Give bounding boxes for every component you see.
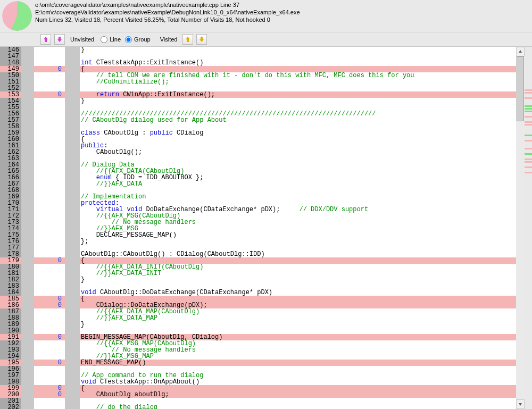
minimap-mark[interactable] [525, 135, 532, 136]
next-unvisited-button[interactable] [54, 34, 65, 45]
minimap-mark[interactable] [525, 158, 532, 160]
minimap-mark[interactable] [525, 97, 532, 99]
minimap-mark[interactable] [525, 105, 532, 107]
source-line[interactable]: 1990{ [0, 385, 516, 391]
source-line[interactable]: 175 DECLARE_MESSAGE_MAP() [0, 232, 516, 238]
source-line[interactable]: 162 CAboutDlg(); [0, 149, 516, 155]
source-line[interactable]: 180 //{{AFX_DATA_INIT(CAboutDlg) [0, 264, 516, 270]
hit-count [34, 283, 65, 289]
minimap-mark[interactable] [525, 156, 532, 157]
source-line[interactable]: 160{ [0, 136, 516, 143]
source-line[interactable]: 158 [0, 123, 516, 130]
minimap-mark[interactable] [525, 119, 532, 120]
source-code-view[interactable]: 146}147148int CTeststakApp::ExitInstance… [0, 47, 516, 409]
group-radio[interactable]: Group [125, 36, 151, 43]
minimap-mark[interactable] [525, 113, 532, 115]
source-line[interactable]: 174 //}}AFX_MSG [0, 226, 516, 232]
minimap-mark[interactable] [525, 103, 532, 104]
source-line[interactable]: 171 virtual void DoDataExchange(CDataExc… [0, 206, 516, 213]
source-line[interactable]: 156/////////////////////////////////////… [0, 111, 516, 117]
hit-count [34, 47, 65, 53]
source-line[interactable]: 188 //}}AFX_DATA_MAP [0, 315, 516, 321]
source-line[interactable]: 1790{ [0, 257, 516, 264]
minimap-mark[interactable] [525, 164, 532, 165]
source-line[interactable]: 184void CAboutDlg::DoDataExchange(CDataE… [0, 289, 516, 296]
source-line[interactable]: 165 //{{AFX_DATA(CAboutDlg) [0, 168, 516, 174]
source-line[interactable]: 169// Implementation [0, 194, 516, 200]
minimap-mark[interactable] [525, 95, 532, 96]
minimap-mark[interactable] [525, 140, 532, 141]
source-line[interactable]: 168 [0, 187, 516, 194]
scroll-thumb[interactable] [517, 56, 524, 121]
source-line[interactable]: 167 //}}AFX_DATA [0, 181, 516, 187]
source-line[interactable]: 150 // tell COM we are finished with it … [0, 72, 516, 79]
minimap-mark[interactable] [525, 148, 532, 149]
minimap-mark[interactable] [525, 172, 532, 173]
source-line[interactable]: 147 [0, 53, 516, 60]
minimap-mark[interactable] [525, 143, 532, 144]
source-line[interactable]: 202 // do the dialog [0, 404, 516, 409]
source-line[interactable]: 166 enum { IDD = IDD_ABOUTBOX }; [0, 174, 516, 181]
source-line[interactable]: 152 [0, 85, 516, 91]
source-line[interactable]: 201 [0, 398, 516, 404]
minimap-mark[interactable] [525, 166, 532, 168]
source-line[interactable]: 1950END_MESSAGE_MAP() [0, 360, 516, 366]
source-line[interactable]: 161public: [0, 143, 516, 149]
minimap-mark[interactable] [525, 129, 532, 131]
minimap-mark[interactable] [525, 100, 532, 102]
source-line[interactable]: 151 //CoUninitialize(); [0, 79, 516, 85]
minimap-mark[interactable] [525, 92, 532, 94]
minimap-mark[interactable] [525, 111, 532, 112]
source-line[interactable]: 189} [0, 321, 516, 328]
minimap-mark[interactable] [525, 124, 532, 126]
source-line[interactable]: 178CAboutDlg::CAboutDlg() : CDialog(CAbo… [0, 251, 516, 257]
minimap-mark[interactable] [525, 127, 532, 128]
source-line[interactable]: 173 // No message handlers [0, 219, 516, 226]
minimap-mark[interactable] [525, 108, 532, 110]
source-line[interactable]: 187 //{{AFX_DATA_MAP(CAboutDlg) [0, 308, 516, 315]
source-line[interactable]: 164// Dialog Data [0, 162, 516, 168]
source-line[interactable]: 181 //}}AFX_DATA_INIT [0, 270, 516, 277]
source-line[interactable]: 163 [0, 155, 516, 162]
source-line[interactable]: 192 //{{AFX_MSG_MAP(CAboutDlg) [0, 340, 516, 347]
minimap-mark[interactable] [525, 153, 532, 155]
minimap-mark[interactable] [525, 89, 532, 91]
prev-unvisited-button[interactable] [40, 34, 51, 45]
source-line[interactable]: 1860 CDialog::DoDataExchange(pDX); [0, 302, 516, 308]
prev-visited-button[interactable] [182, 34, 193, 45]
source-line[interactable]: 148int CTeststakApp::ExitInstance() [0, 60, 516, 66]
line-radio[interactable]: Line [101, 36, 121, 43]
source-line[interactable]: 182} [0, 277, 516, 283]
next-visited-button[interactable] [196, 34, 207, 45]
source-line[interactable]: 172 //{{AFX_MSG(CAboutDlg) [0, 213, 516, 219]
minimap-mark[interactable] [525, 151, 532, 152]
vertical-scrollbar[interactable] [516, 47, 525, 409]
source-line[interactable]: 154} [0, 98, 516, 104]
minimap-mark[interactable] [525, 132, 532, 133]
source-line[interactable]: 198void CTeststakApp::OnAppAbout() [0, 379, 516, 385]
coverage-minimap[interactable] [525, 47, 532, 409]
minimap-mark[interactable] [525, 161, 532, 163]
minimap-mark[interactable] [525, 116, 532, 118]
scroll-down-icon[interactable] [516, 399, 525, 409]
minimap-mark[interactable] [525, 169, 532, 171]
source-line[interactable]: 193 // No message handlers [0, 347, 516, 353]
source-line[interactable]: 1910BEGIN_MESSAGE_MAP(CAboutDlg, CDialog… [0, 334, 516, 340]
source-line[interactable]: 194 //}}AFX_MSG_MAP [0, 353, 516, 360]
source-line[interactable]: 1850{ [0, 296, 516, 302]
source-line[interactable]: 1530 return CWinApp::ExitInstance(); [0, 91, 516, 98]
source-line[interactable]: 146} [0, 47, 516, 53]
minimap-mark[interactable] [525, 121, 532, 123]
minimap-mark[interactable] [525, 137, 532, 139]
source-line[interactable]: 159class CAboutDlg : public CDialog [0, 130, 516, 136]
source-line[interactable]: 196 [0, 366, 516, 372]
source-line[interactable]: 176}; [0, 238, 516, 245]
scroll-up-icon[interactable] [516, 47, 525, 56]
source-line[interactable]: 157// CAboutDlg dialog used for App Abou… [0, 117, 516, 123]
visited-label: Visited [158, 36, 180, 43]
source-line[interactable]: 197// App command to run the dialog [0, 372, 516, 379]
source-line[interactable]: 190 [0, 328, 516, 334]
source-line[interactable]: 2000 CAboutDlg aboutDlg; [0, 391, 516, 398]
hit-count [34, 219, 65, 226]
minimap-mark[interactable] [525, 145, 532, 147]
